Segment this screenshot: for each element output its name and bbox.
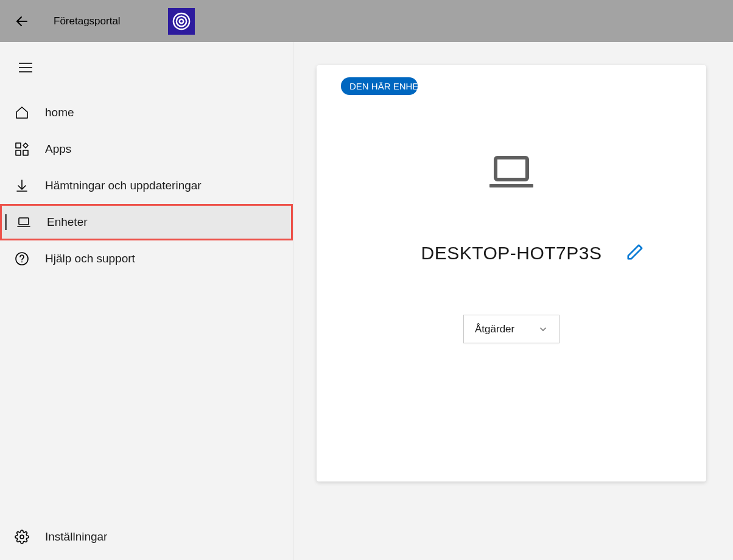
svg-rect-7	[16, 143, 21, 148]
hamburger-icon	[19, 63, 32, 72]
actions-dropdown[interactable]: Åtgärder	[463, 315, 559, 343]
svg-point-16	[20, 535, 24, 539]
svg-rect-9	[23, 150, 28, 155]
sidebar-item-label: Inställningar	[45, 530, 107, 544]
chevron-down-icon	[538, 324, 548, 334]
device-name: DESKTOP-HOT7P3S	[421, 243, 601, 264]
sidebar-item-home[interactable]: home	[0, 94, 293, 131]
sidebar-item-label: Apps	[45, 142, 71, 156]
sidebar: home Apps Hämtningar och	[0, 42, 293, 560]
sidebar-item-downloads[interactable]: Hämtningar och uppdateringar	[0, 167, 293, 204]
sidebar-item-apps[interactable]: Apps	[0, 131, 293, 167]
body: home Apps Hämtningar och	[0, 42, 733, 560]
laptop-icon	[16, 215, 31, 229]
home-icon	[15, 105, 29, 120]
titlebar: Företagsportal	[0, 0, 733, 42]
app-logo	[168, 8, 195, 35]
svg-rect-8	[16, 150, 21, 155]
this-device-badge: DEN HÄR ENHETEN	[341, 77, 418, 95]
svg-point-2	[176, 16, 186, 26]
sidebar-item-settings[interactable]: Inställningar	[0, 519, 293, 555]
device-card: DEN HÄR ENHETEN DESKTOP-HOT7P3S Åtgärder	[317, 65, 706, 481]
main-content: DEN HÄR ENHETEN DESKTOP-HOT7P3S Åtgärder	[293, 42, 733, 560]
actions-label: Åtgärder	[475, 323, 514, 335]
back-button[interactable]	[13, 13, 30, 30]
sidebar-spacer	[0, 277, 293, 519]
app-title: Företagsportal	[54, 15, 121, 27]
sidebar-item-label: Enheter	[47, 215, 88, 229]
svg-point-3	[179, 19, 183, 23]
sidebar-item-label: Hämtningar och uppdateringar	[45, 179, 202, 192]
laptop-large-icon	[489, 155, 533, 189]
edit-name-button[interactable]	[626, 243, 644, 264]
spiral-icon	[170, 10, 192, 32]
sidebar-item-help[interactable]: Hjälp och support	[0, 240, 293, 277]
sidebar-item-devices[interactable]: Enheter	[0, 204, 293, 240]
svg-rect-17	[496, 158, 527, 180]
device-icon-wrap	[317, 155, 706, 189]
arrow-left-icon	[15, 14, 29, 29]
svg-rect-12	[19, 218, 29, 225]
apps-icon	[15, 142, 29, 156]
hamburger-button[interactable]	[13, 55, 38, 80]
device-name-row: DESKTOP-HOT7P3S	[317, 243, 706, 264]
help-icon	[15, 251, 29, 266]
download-icon	[15, 178, 29, 193]
sidebar-item-label: home	[45, 106, 74, 119]
gear-icon	[15, 530, 29, 544]
sidebar-item-label: Hjälp och support	[45, 252, 135, 265]
pencil-icon	[626, 243, 644, 261]
